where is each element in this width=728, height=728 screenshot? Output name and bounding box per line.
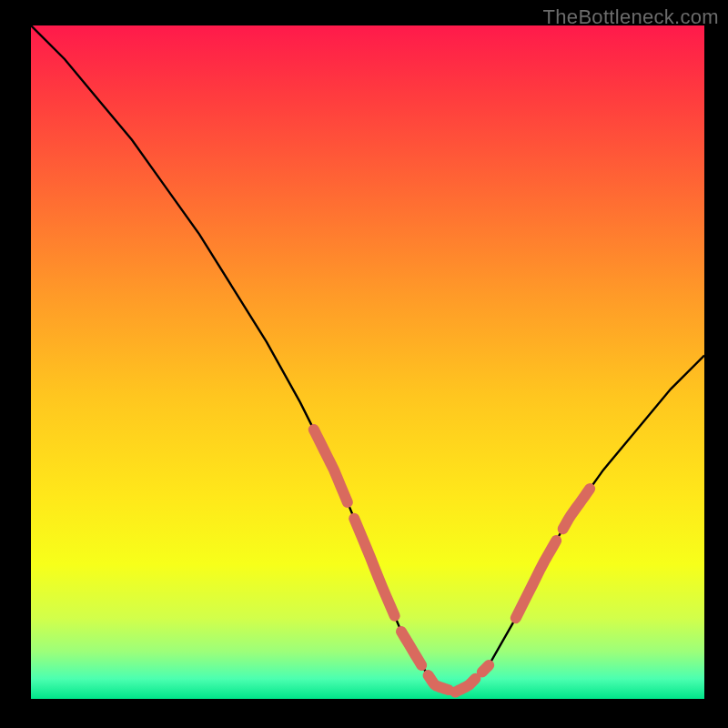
highlight-segment: [482, 665, 489, 672]
bottleneck-chart: [0, 0, 728, 728]
chart-container: TheBottleneck.com: [0, 0, 728, 728]
chart-gradient-bg: [31, 25, 704, 699]
